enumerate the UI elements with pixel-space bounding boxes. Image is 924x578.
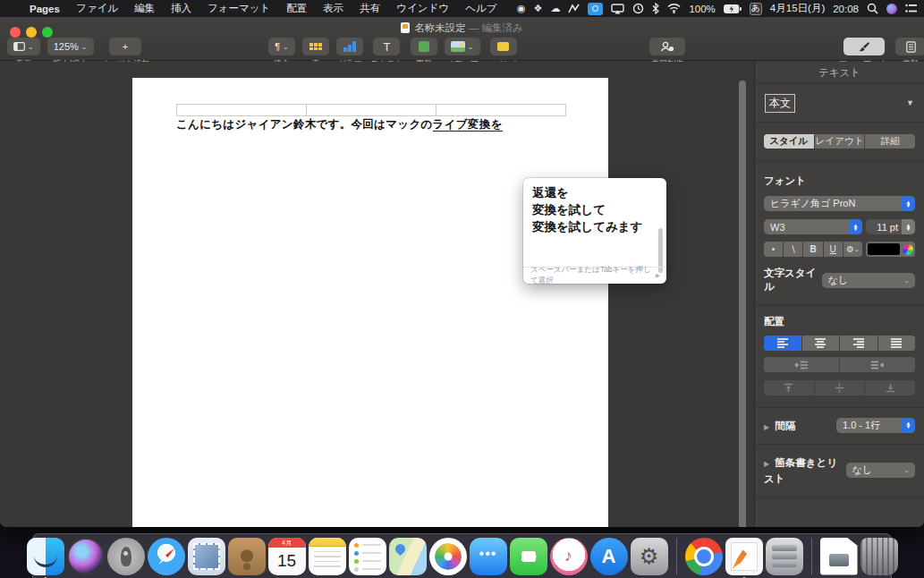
dock-siri-icon[interactable] (67, 538, 105, 575)
document-scrollbar[interactable] (739, 81, 746, 527)
dock-finder-icon[interactable] (27, 538, 64, 575)
dock-appstore-icon[interactable]: A (590, 538, 628, 575)
dock-contacts-icon[interactable] (228, 538, 266, 575)
dock-maps-icon[interactable] (389, 538, 427, 575)
time-machine-icon[interactable] (632, 2, 644, 15)
align-left-button[interactable] (764, 336, 801, 351)
char-style-select[interactable]: なし ⌄ (822, 273, 915, 288)
shape-icon (419, 41, 429, 52)
italic-button[interactable]: ∖ (784, 242, 802, 257)
char-style-label: 文字スタイル (764, 267, 822, 293)
valign-bottom-button[interactable] (865, 380, 915, 395)
airplay-display-icon[interactable] (611, 2, 624, 15)
spacing-select[interactable]: 1.0 - 1行 ▲▼ (836, 418, 915, 433)
tab-style[interactable]: スタイル (764, 134, 814, 149)
color-wheel-icon[interactable] (903, 244, 913, 255)
table-row[interactable] (176, 104, 566, 116)
dock-bootcamp-disk-icon[interactable] (766, 538, 803, 575)
spotlight-icon[interactable] (867, 2, 878, 15)
dock-calendar-icon[interactable]: 4月15 (268, 538, 306, 575)
tab-layout[interactable]: レイアウト (815, 134, 865, 149)
valign-top-button[interactable] (764, 380, 814, 395)
paragraph-style-badge[interactable]: 本文 (765, 94, 795, 113)
stepper-icon[interactable]: ▲▼ (902, 219, 915, 234)
dock-messages-icon[interactable]: ••• (470, 538, 507, 575)
dock-launchpad-icon[interactable] (107, 538, 145, 575)
font-size-field[interactable]: 11 pt ▲▼ (866, 219, 915, 234)
lists-select[interactable]: なし ⌄ (846, 463, 915, 478)
stepper-icon[interactable]: ▲▼ (902, 196, 915, 211)
bold-button[interactable]: B (803, 242, 822, 257)
menubar-time[interactable]: 20:08 (833, 2, 859, 15)
camera-menu-icon[interactable] (588, 3, 603, 15)
menu-file[interactable]: ファイル (68, 0, 126, 17)
dock-notes-icon[interactable] (309, 538, 346, 575)
dock-chrome-icon[interactable] (685, 538, 723, 575)
dock-photos-icon[interactable] (429, 538, 467, 575)
body-text[interactable]: こんにちはジャイアン鈴木です。今回はマックのライブ変換を (176, 117, 503, 132)
bluetooth-icon[interactable] (652, 2, 659, 15)
menu-edit[interactable]: 編集 (126, 0, 163, 17)
dropbox-icon[interactable]: ❖ (534, 2, 543, 15)
outdent-button[interactable] (764, 357, 839, 372)
ime-more-symbol[interactable]: » (655, 271, 659, 280)
table-cell[interactable] (437, 104, 566, 116)
dock-system-preferences-icon[interactable]: ⚙ (631, 538, 668, 575)
menu-window[interactable]: ウインドウ (388, 0, 457, 17)
disclosure-triangle-icon[interactable]: ▶ (764, 460, 769, 468)
align-center-button[interactable] (802, 336, 840, 351)
paragraph-style-row[interactable]: 本文 ▼ (755, 84, 924, 123)
dock-reminders-icon[interactable] (349, 538, 386, 575)
indent-button[interactable] (840, 357, 915, 372)
stepper-icon[interactable]: ▲▼ (849, 219, 862, 234)
ime-hint: スペースバーまたはTabキーを押して選択 (530, 265, 651, 286)
cloud-sync-icon[interactable]: ☁ (550, 2, 560, 15)
chevron-down-icon[interactable]: ▼ (906, 98, 914, 107)
underline-button[interactable]: U (824, 242, 843, 257)
ime-candidate[interactable]: 返還を (532, 184, 657, 201)
ime-candidate[interactable]: 変換を試して (532, 201, 657, 218)
menubar-date[interactable]: 4月15日(月) (770, 2, 825, 15)
tab-more[interactable]: 詳細 (865, 134, 915, 149)
disclosure-triangle-icon[interactable]: ▶ (764, 423, 769, 431)
menu-format[interactable]: フォーマット (199, 0, 278, 17)
dock: 4月15 ••• ♪ A ⚙ (32, 533, 892, 578)
valign-middle-button[interactable] (815, 380, 865, 395)
dock-pages-icon[interactable] (725, 538, 763, 575)
table-cell[interactable] (176, 104, 307, 116)
document-canvas: こんにちはジャイアン鈴木です。今回はマックのライブ変換を 返還を 変換を試して … (0, 62, 754, 527)
menu-share[interactable]: 共有 (352, 0, 388, 17)
dock-mail-icon[interactable] (188, 538, 225, 575)
stats-menu-icon[interactable] (568, 2, 580, 15)
table-cell[interactable] (307, 104, 437, 116)
dock-safari-icon[interactable] (148, 538, 185, 575)
dock-itunes-icon[interactable]: ♪ (550, 538, 588, 575)
vertical-align-buttons (764, 380, 915, 395)
document-page[interactable]: こんにちはジャイアン鈴木です。今回はマックのライブ変換を 返還を 変換を試して … (132, 78, 608, 527)
dock-facetime-icon[interactable] (510, 538, 547, 575)
menu-app-name[interactable]: Pages (21, 0, 68, 17)
creative-cloud-icon[interactable]: ◉ (517, 2, 526, 15)
battery-icon[interactable] (724, 2, 742, 15)
advanced-options-button[interactable]: ⚙⌄ (843, 242, 862, 257)
stepper-icon[interactable]: ▲▼ (902, 418, 915, 433)
siri-icon[interactable] (886, 2, 897, 15)
text-color-well[interactable] (866, 242, 915, 257)
color-swatch[interactable] (868, 243, 900, 255)
menu-insert[interactable]: 挿入 (163, 0, 199, 17)
notification-center-icon[interactable] (905, 2, 917, 15)
input-source-icon[interactable]: あ (750, 3, 762, 15)
dock-documents-icon[interactable] (820, 538, 858, 575)
dock-trash-icon[interactable] (860, 538, 898, 575)
menu-help[interactable]: ヘルプ (457, 0, 504, 17)
menu-view[interactable]: 表示 (315, 0, 352, 17)
align-justify-button[interactable] (878, 336, 916, 351)
ime-candidate[interactable]: 変換を試してみます (532, 218, 657, 235)
wifi-icon[interactable] (667, 2, 681, 15)
menu-arrange[interactable]: 配置 (278, 0, 315, 17)
align-right-button[interactable] (840, 336, 877, 351)
emphasis-dot-button[interactable]: • (764, 242, 783, 257)
font-weight-select[interactable]: W3 ▲▼ (764, 219, 862, 234)
apple-menu-icon[interactable] (0, 0, 21, 17)
font-family-select[interactable]: ヒラギノ角ゴ ProN ▲▼ (764, 196, 915, 211)
